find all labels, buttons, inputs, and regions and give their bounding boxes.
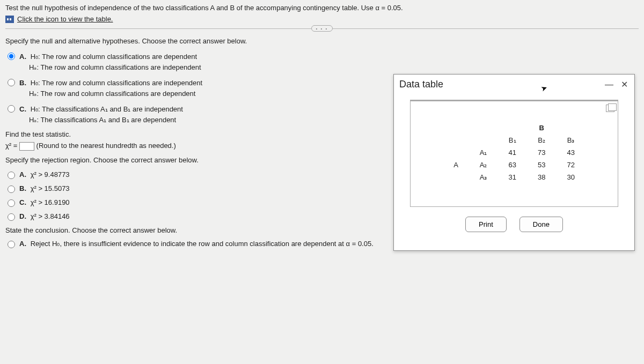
done-button[interactable]: Done: [519, 217, 563, 232]
row-a2: A₂: [469, 159, 498, 171]
close-icon[interactable]: ✕: [619, 80, 629, 90]
chi-input[interactable]: [19, 142, 34, 151]
cell-13: 43: [556, 146, 585, 159]
minimize-icon[interactable]: —: [604, 80, 614, 90]
hypotheses-heading: Specify the null and alternative hypothe…: [5, 37, 639, 45]
hyp-radio-c[interactable]: [8, 105, 15, 113]
reg-label-c: C.: [19, 198, 26, 206]
hyp-c-line2: Hₐ: The classifications A₁ and B₁ are de…: [29, 115, 176, 125]
cell-11: 41: [497, 146, 526, 159]
region-a: χ² > 9.48773: [31, 170, 70, 179]
hyp-b-line2: Hₐ: The row and column classifications a…: [29, 88, 195, 99]
view-table-link[interactable]: Click the icon to view the table.: [17, 15, 113, 23]
print-button[interactable]: Print: [465, 217, 507, 232]
region-c: χ² > 16.9190: [31, 198, 70, 206]
cell-12: 73: [527, 146, 556, 159]
conc-label-a: A.: [19, 240, 26, 248]
reg-label-b: B.: [19, 184, 26, 192]
hyp-a-line2: Hₐ: The row and column classifications a…: [29, 62, 201, 73]
copy-icon[interactable]: [606, 105, 614, 112]
cell-23: 72: [556, 159, 585, 171]
row-a1: A₁: [469, 146, 498, 159]
data-table-modal: Data table — ✕ B B₁ B₂ B₃ A₁ 41 73: [393, 74, 635, 251]
cell-31: 31: [497, 171, 526, 183]
chi-hint: (Round to the nearest hundredth as neede…: [36, 142, 176, 150]
conclusion-radio-a[interactable]: [8, 241, 15, 248]
reg-label-a: A.: [19, 170, 26, 179]
chi-prefix: χ² =: [5, 142, 17, 150]
col-b1: B₁: [497, 134, 526, 146]
row-a3: A₃: [469, 171, 498, 183]
modal-title: Data table: [399, 79, 443, 90]
region-radio-d[interactable]: [8, 213, 15, 221]
opt-label-a: A.: [19, 53, 26, 61]
col-b2: B₂: [527, 134, 556, 146]
contingency-table: B B₁ B₂ B₃ A₁ 41 73 43 A A₂ 63 53 7: [443, 122, 586, 183]
region-radio-c[interactable]: [8, 199, 15, 207]
region-b: χ² > 15.5073: [31, 184, 70, 192]
col-group-b: B: [527, 122, 556, 134]
hyp-c-line1: H₀: The classifications A₁ and B₁ are in…: [31, 105, 183, 113]
region-d: χ² > 3.84146: [31, 212, 70, 220]
region-radio-b[interactable]: [8, 185, 15, 193]
row-group-a: A: [443, 159, 469, 171]
hyp-a-line1: H₀: The row and column classifications a…: [31, 53, 197, 61]
expand-handle[interactable]: • • •: [311, 25, 333, 32]
col-b3: B₃: [556, 134, 585, 146]
cell-21: 63: [497, 159, 526, 171]
table-icon[interactable]: [5, 16, 14, 23]
cell-32: 38: [527, 171, 556, 183]
hyp-radio-a[interactable]: [8, 53, 15, 60]
question-prompt: Test the null hypothesis of independence…: [5, 3, 639, 13]
reg-label-d: D.: [19, 212, 26, 220]
conclusion-a: Reject H₀, there is insufficient evidenc…: [31, 240, 374, 248]
opt-label-c: C.: [19, 105, 26, 113]
hyp-b-line1: H₀: The row and column classifications a…: [31, 79, 203, 87]
opt-label-b: B.: [19, 79, 26, 87]
cell-33: 30: [556, 171, 585, 183]
region-radio-a[interactable]: [8, 172, 15, 179]
hyp-radio-b[interactable]: [8, 79, 15, 86]
cell-22: 53: [527, 159, 556, 171]
